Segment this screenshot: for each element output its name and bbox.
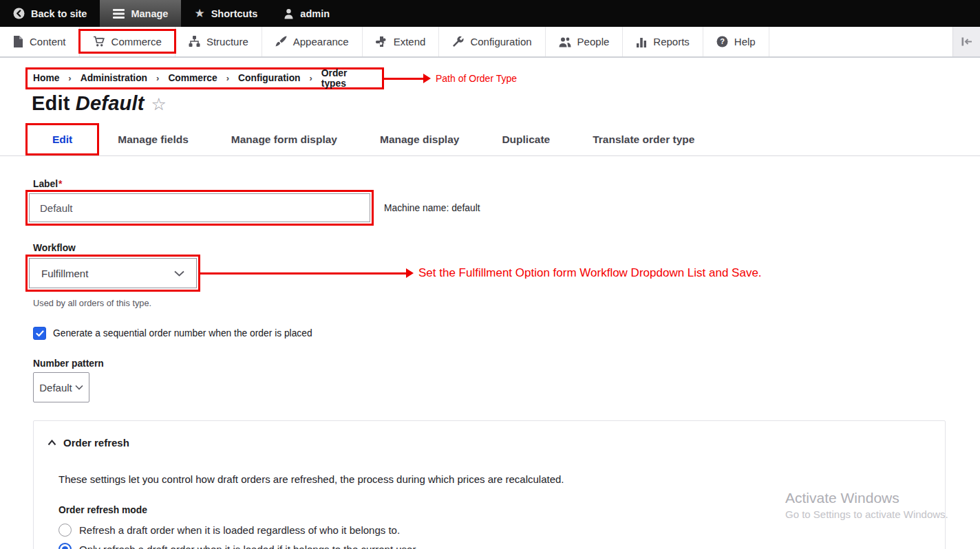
manage-tab[interactable]: Manage [100, 0, 181, 27]
order-refresh-description: These settings let you control how draft… [58, 473, 945, 485]
annotation-workflow-note: Set the Fulfillment Option form Workflow… [418, 266, 762, 280]
workflow-label: Workflow [33, 243, 980, 253]
number-pattern-select[interactable]: Default [33, 372, 89, 402]
menu-item-label: Commerce [111, 36, 162, 47]
user-menu[interactable]: admin [270, 0, 343, 27]
breadcrumb-separator: › [310, 73, 312, 83]
breadcrumb-separator: › [226, 73, 229, 83]
back-circle-icon [13, 8, 25, 19]
breadcrumb-home[interactable]: Home [33, 73, 59, 83]
tab-edit[interactable]: Edit [52, 133, 72, 146]
menu-item-label: Reports [653, 36, 690, 47]
breadcrumb-row: Home › Administration › Commerce › Confi… [33, 67, 980, 89]
page-title: Edit Default☆ [32, 91, 980, 116]
title-name: Default [76, 92, 145, 114]
tab-manage-form-display[interactable]: Manage form display [231, 123, 337, 155]
refresh-mode-option-always[interactable]: Refresh a draft order when it is loaded … [58, 524, 945, 537]
menu-item-label: Help [734, 36, 756, 47]
tab-duplicate[interactable]: Duplicate [502, 123, 550, 155]
tab-manage-display[interactable]: Manage display [380, 123, 459, 155]
order-refresh-summary[interactable]: Order refresh [47, 437, 945, 449]
breadcrumb-order-types[interactable]: Order types [321, 68, 374, 89]
checkbox-checked-icon[interactable] [33, 327, 46, 340]
tab-translate-order-type[interactable]: Translate order type [593, 123, 694, 155]
number-pattern-label: Number pattern [33, 358, 980, 369]
machine-name-text: Machine name: default [384, 203, 480, 213]
label-field-row: Machine name: default [33, 190, 980, 226]
menu-item-help[interactable]: ? Help [703, 27, 769, 56]
radio-checked-icon[interactable] [58, 543, 72, 549]
appearance-icon [275, 36, 287, 47]
annotation-box-workflow-select: Fulfillment [25, 255, 200, 292]
configuration-icon [452, 36, 464, 47]
annotation-arrow [384, 78, 424, 80]
breadcrumb-commerce[interactable]: Commerce [168, 73, 217, 83]
tabs-bar: Edit Manage fields Manage form display M… [0, 123, 980, 156]
required-mark: * [58, 179, 62, 189]
back-to-site-button[interactable]: Back to site [0, 0, 100, 27]
workflow-selected-value: Fulfillment [41, 268, 88, 279]
chevron-up-icon [47, 440, 56, 446]
menu-item-content[interactable]: Content [0, 27, 80, 56]
menu-item-label: Configuration [470, 36, 531, 47]
breadcrumb-configuration[interactable]: Configuration [238, 73, 300, 83]
chevron-down-icon [75, 385, 83, 390]
chevron-down-icon [174, 270, 184, 277]
breadcrumb-separator: › [68, 73, 71, 83]
shortcuts-label: Shortcuts [211, 8, 258, 19]
back-to-site-label: Back to site [31, 8, 87, 19]
admin-toolbar: Back to site Manage ★ Shortcuts admin [0, 0, 980, 27]
number-pattern-value: Default [39, 382, 72, 394]
favorite-star-icon[interactable]: ☆ [151, 94, 167, 114]
manage-label: Manage [131, 8, 168, 19]
order-refresh-title: Order refresh [63, 437, 129, 449]
workflow-row: Fulfillment Set the Fulfillment Option f… [33, 255, 980, 292]
hamburger-icon [113, 9, 125, 19]
reports-icon [636, 36, 647, 47]
svg-text:?: ? [720, 37, 725, 45]
commerce-icon [93, 36, 105, 47]
structure-icon [189, 36, 200, 47]
breadcrumb: Home › Administration › Commerce › Confi… [25, 67, 384, 89]
collapse-left-icon [961, 36, 972, 47]
menu-item-appearance[interactable]: Appearance [262, 27, 363, 56]
menu-item-reports[interactable]: Reports [623, 27, 703, 56]
order-refresh-fieldset: Order refresh These settings let you con… [33, 420, 946, 549]
refresh-mode-option-customer[interactable]: Only refresh a draft order when it is lo… [58, 543, 945, 549]
toolbar-orientation-toggle[interactable] [952, 27, 980, 56]
shortcuts-tab[interactable]: ★ Shortcuts [181, 0, 270, 27]
refresh-option-label: Refresh a draft order when it is loaded … [79, 524, 400, 536]
radio-unchecked-icon[interactable] [58, 524, 72, 537]
annotation-arrow [200, 272, 407, 274]
page-content: Home › Administration › Commerce › Confi… [0, 58, 980, 549]
people-icon [559, 36, 571, 47]
title-prefix: Edit [32, 92, 70, 114]
username-label: admin [300, 8, 330, 19]
sequential-number-checkbox-row[interactable]: Generate a sequential order number when … [33, 327, 980, 340]
menu-item-label: Structure [206, 36, 248, 47]
admin-menu-bar: Content Commerce Structure Appearance Ex… [0, 27, 980, 58]
workflow-select[interactable]: Fulfillment [29, 258, 197, 288]
menu-item-commerce[interactable]: Commerce [80, 27, 175, 56]
menu-item-label: Extend [394, 36, 426, 47]
label-field-label: Label* [33, 179, 980, 189]
annotation-box-edit-tab: Edit [25, 123, 99, 155]
menu-item-label: Content [30, 36, 66, 47]
sequential-number-label: Generate a sequential order number when … [53, 328, 312, 338]
menu-item-configuration[interactable]: Configuration [439, 27, 545, 56]
menu-item-extend[interactable]: Extend [363, 27, 440, 56]
help-icon: ? [716, 36, 728, 47]
order-refresh-mode-label: Order refresh mode [58, 505, 945, 515]
extend-icon [376, 36, 387, 47]
tab-manage-fields[interactable]: Manage fields [118, 123, 189, 155]
refresh-option-label: Only refresh a draft order when it is lo… [79, 543, 418, 549]
label-input[interactable] [29, 193, 370, 222]
annotation-box-label-input [25, 190, 374, 226]
menu-item-structure[interactable]: Structure [175, 27, 262, 56]
annotation-breadcrumb-note: Path of Order Type [436, 73, 517, 84]
menu-item-people[interactable]: People [546, 27, 624, 56]
breadcrumb-administration[interactable]: Administration [81, 73, 147, 83]
menu-item-label: Appearance [293, 36, 349, 47]
menu-item-label: People [577, 36, 610, 47]
breadcrumb-separator: › [156, 73, 159, 83]
